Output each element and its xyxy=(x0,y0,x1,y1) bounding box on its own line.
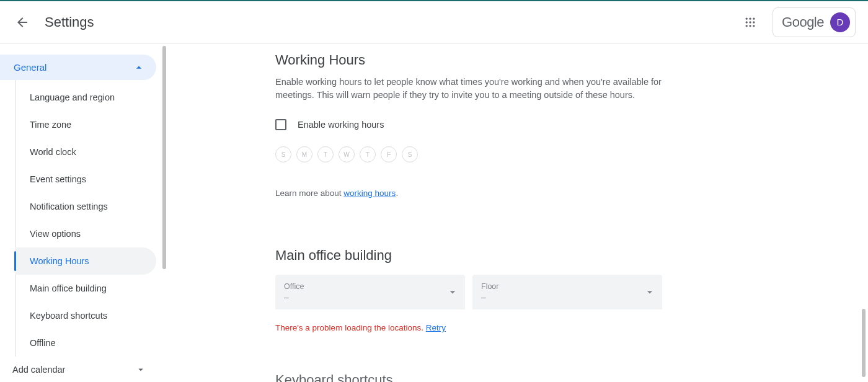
sidebar-item[interactable]: Time zone xyxy=(15,111,156,138)
day-toggle[interactable]: T xyxy=(360,146,376,162)
office-dropdown-value: – xyxy=(284,292,456,302)
body-area: General Language and regionTime zoneWorl… xyxy=(0,45,868,382)
google-apps-button[interactable] xyxy=(738,10,763,35)
learn-more-prefix: Learn more about xyxy=(275,189,343,198)
svg-point-5 xyxy=(753,21,755,23)
day-toggle[interactable]: F xyxy=(381,146,397,162)
sidebar-subitems: Language and regionTime zoneWorld clockE… xyxy=(15,80,162,357)
sidebar-item-label: Time zone xyxy=(30,120,71,130)
working-hours-description: Enable working hours to let people know … xyxy=(275,76,684,102)
section-heading-main-office: Main office building xyxy=(275,247,746,264)
svg-point-7 xyxy=(749,25,751,27)
sidebar-item[interactable]: Working Hours xyxy=(15,247,156,275)
sidebar-item[interactable]: Notification settings xyxy=(15,193,156,220)
sidebar-item[interactable]: Language and region xyxy=(15,84,156,111)
chevron-up-icon xyxy=(133,61,145,74)
back-button[interactable] xyxy=(15,15,30,30)
floor-dropdown-label: Floor xyxy=(481,282,653,291)
avatar[interactable]: D xyxy=(830,12,850,32)
office-dropdown-label: Office xyxy=(284,282,456,291)
svg-point-2 xyxy=(753,17,755,19)
caret-down-icon xyxy=(644,286,656,298)
day-toggle[interactable]: S xyxy=(275,146,291,162)
day-toggle[interactable]: W xyxy=(339,146,355,162)
main-scrollbar[interactable] xyxy=(862,309,866,377)
sidebar-item[interactable]: Offline xyxy=(15,329,156,357)
section-heading-keyboard-shortcuts: Keyboard shortcuts xyxy=(275,372,746,382)
svg-point-8 xyxy=(753,25,755,27)
google-logo: Google xyxy=(782,14,824,30)
sidebar-item[interactable]: World clock xyxy=(15,138,156,166)
sidebar-item-label: Offline xyxy=(30,338,56,348)
sidebar-item[interactable]: Main office building xyxy=(15,275,156,302)
working-hours-learn-more: Learn more about working hours. xyxy=(275,189,746,198)
floor-dropdown[interactable]: Floor – xyxy=(472,275,662,309)
settings-sidebar: General Language and regionTime zoneWorl… xyxy=(0,45,162,382)
sidebar-item[interactable]: Event settings xyxy=(15,166,156,193)
settings-content: Working Hours Enable working hours to le… xyxy=(275,45,746,382)
svg-point-4 xyxy=(749,21,751,23)
sidebar-item-label: Language and region xyxy=(30,92,115,102)
sidebar-item-add-calendar[interactable]: Add calendar xyxy=(0,357,162,382)
svg-point-6 xyxy=(746,25,748,27)
enable-working-hours-checkbox[interactable] xyxy=(275,119,286,130)
day-toggle[interactable]: M xyxy=(296,146,312,162)
learn-more-suffix: . xyxy=(396,189,398,198)
app-header: Settings Google D xyxy=(0,1,868,43)
header-right-cluster: Google D xyxy=(738,7,868,37)
svg-point-1 xyxy=(749,17,751,19)
svg-point-0 xyxy=(746,17,748,19)
sidebar-section-label: General xyxy=(14,62,46,73)
enable-working-hours-label: Enable working hours xyxy=(298,120,384,130)
add-calendar-label: Add calendar xyxy=(12,365,65,375)
svg-point-3 xyxy=(746,21,748,23)
sidebar-item-label: Main office building xyxy=(30,283,107,293)
sidebar-section-general[interactable]: General xyxy=(0,55,156,80)
sidebar-item-label: Notification settings xyxy=(30,202,108,211)
sidebar-item-label: View options xyxy=(30,229,81,239)
avatar-initial: D xyxy=(837,17,844,27)
floor-dropdown-value: – xyxy=(481,292,653,302)
chevron-down-icon xyxy=(135,364,146,375)
page-title: Settings xyxy=(45,14,94,30)
account-box[interactable]: Google D xyxy=(773,7,856,37)
retry-link[interactable]: Retry xyxy=(426,323,446,332)
apps-grid-icon xyxy=(744,16,756,29)
sidebar-item[interactable]: Keyboard shortcuts xyxy=(15,302,156,329)
day-toggle[interactable]: S xyxy=(402,146,418,162)
caret-down-icon xyxy=(446,286,459,298)
working-hours-days-row: SMTWTFS xyxy=(275,146,746,162)
arrow-left-icon xyxy=(15,15,30,30)
office-floor-row: Office – Floor – xyxy=(275,275,746,309)
location-error-row: There's a problem loading the locations.… xyxy=(275,323,746,332)
sidebar-item-label: Keyboard shortcuts xyxy=(30,311,107,321)
location-error-text: There's a problem loading the locations. xyxy=(275,323,426,332)
day-toggle[interactable]: T xyxy=(317,146,334,162)
office-dropdown[interactable]: Office – xyxy=(275,275,465,309)
working-hours-link[interactable]: working hours xyxy=(343,189,396,198)
sidebar-item-label: Event settings xyxy=(30,174,86,184)
main-pane: Working Hours Enable working hours to le… xyxy=(162,45,868,382)
sidebar-item-label: World clock xyxy=(30,147,76,157)
section-heading-working-hours: Working Hours xyxy=(275,52,746,68)
sidebar-item[interactable]: View options xyxy=(15,220,156,247)
sidebar-item-label: Working Hours xyxy=(30,256,89,266)
enable-working-hours-row: Enable working hours xyxy=(275,119,746,130)
